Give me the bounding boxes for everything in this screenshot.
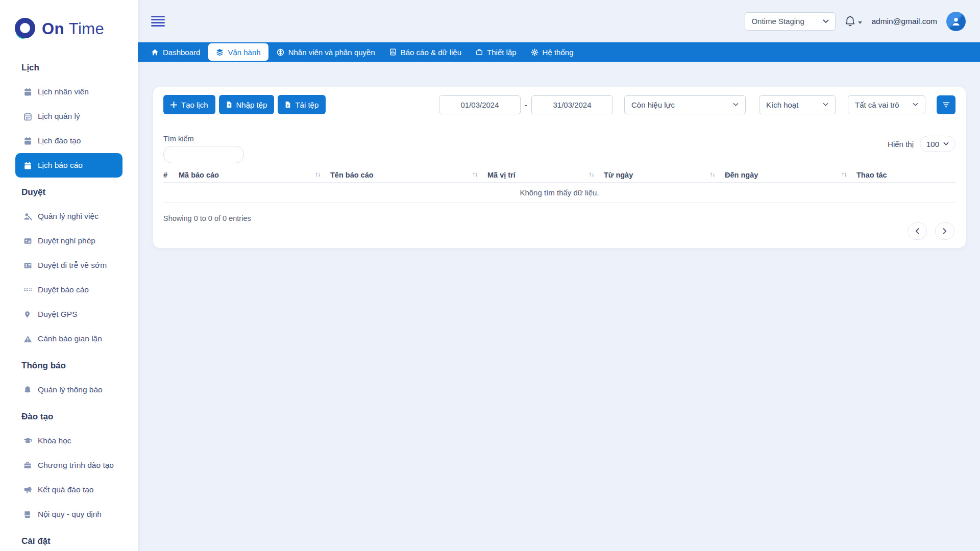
button-label: Tạo lịch [181,101,208,109]
toolbox-icon [476,48,483,56]
sidebar-section-dao-tao: Đào tạo [0,405,138,429]
topbar: Ontime Staging admin@gmail.com [138,0,980,42]
column-header-ma-vi-tri[interactable]: Mã vị trí [487,171,604,179]
sidebar-nav: Lịch Lịch nhân viên Lịch quản lý Lịch đà… [0,46,138,551]
download-file-button[interactable]: Tải tệp [278,95,326,114]
column-label: Đến ngày [725,171,758,179]
table-empty-state: Không tìm thấy dữ liệu. [163,183,955,203]
filter-funnel-icon [943,102,949,108]
previous-page-button[interactable] [908,222,927,240]
sort-arrows-icon [472,172,478,178]
tab-nhan-vien-va-phan-quyen[interactable]: Nhân viên và phân quyền [271,43,381,61]
sidebar-item-noi-quy-quy-dinh[interactable]: Nội quy - quy định [15,502,122,527]
page-size-value: 100 [926,140,939,148]
sidebar-item-canh-bao-gian-lan[interactable]: Cảnh báo gian lận [15,327,122,351]
chevron-down-icon [823,19,829,23]
sidebar-item-duyet-bao-cao[interactable]: Duyệt báo cáo [15,278,122,302]
book-icon [23,510,32,519]
button-label: Tải tệp [295,101,318,109]
sidebar-item-duyet-di-tre-ve-som[interactable]: Duyệt đi trễ về sớm [15,253,122,278]
caret-down-icon [858,21,862,24]
column-header-thao-tac[interactable]: Thao tác [856,171,955,179]
chevron-down-icon [823,103,828,107]
sidebar-item-label: Khóa học [38,436,71,445]
sidebar-item-quan-ly-thong-bao[interactable]: Quản lý thông báo [15,378,122,402]
tab-label: Báo cáo & dữ liệu [401,48,461,57]
id-card-icon [23,261,32,270]
tab-label: Dashboard [163,48,200,57]
tab-van-hanh[interactable]: Vận hành [208,43,268,61]
page-size-select[interactable]: 100 [920,136,955,152]
column-label: # [163,171,167,179]
tab-label: Vận hành [228,48,260,57]
main-nav: Dashboard Vận hành Nhân viên và phân quy… [138,42,980,62]
column-label: Từ ngày [604,171,633,179]
megaphone-icon [23,486,32,494]
sidebar-item-label: Lịch báo cáo [38,161,83,170]
column-header-ma-bao-cao[interactable]: Mã báo cáo [179,171,330,179]
person-icon [950,16,962,27]
dots-grid-icon [23,286,32,294]
workspace-select[interactable]: Ontime Staging [745,12,836,31]
ontime-logo-icon [13,17,37,41]
apply-filter-button[interactable] [937,95,955,114]
sidebar-item-lich-dao-tao[interactable]: Lịch đào tạo [15,129,122,153]
column-header-ten-bao-cao[interactable]: Tên báo cáo [330,171,487,179]
role-filter-select[interactable]: Tất cả vai trò [848,95,925,114]
calendar-icon [23,88,32,96]
sidebar-item-khoa-hoc[interactable]: Khóa học [15,429,122,453]
map-pin-icon [23,310,32,319]
status-filter-value: Còn hiệu lực [631,101,675,109]
sidebar-item-label: Lịch đào tạo [38,136,81,145]
sidebar-item-quan-ly-nghi-viec[interactable]: Quản lý nghỉ việc [15,204,122,229]
active-filter-value: Kích hoạt [766,101,798,109]
sidebar-item-lich-bao-cao[interactable]: Lịch báo cáo [15,153,122,178]
content-card: Tạo lịch Nhập tệp Tải tệp 01/03/2024 - [153,87,966,248]
sidebar-section-lich: Lịch [0,56,138,80]
sidebar-item-duyet-gps[interactable]: Duyệt GPS [15,302,122,327]
column-header-index[interactable]: # [163,171,179,179]
chevron-down-icon [913,103,918,107]
chevron-right-icon [943,228,947,234]
calendar-icon [23,161,32,170]
page-size-block: Hiển thị 100 [888,136,955,152]
sidebar-item-label: Chương trình đào tạo [38,461,114,470]
create-schedule-button[interactable]: Tạo lịch [163,95,215,114]
import-file-button[interactable]: Nhập tệp [219,95,275,114]
notifications-button[interactable] [845,15,862,27]
hamburger-menu-icon[interactable] [151,16,165,27]
sidebar-item-lich-nhan-vien[interactable]: Lịch nhân viên [15,80,122,104]
date-from-input[interactable]: 01/03/2024 [439,95,521,114]
sidebar-item-lich-quan-ly[interactable]: Lịch quản lý [15,104,122,129]
next-page-button[interactable] [935,222,954,240]
sidebar-item-ket-qua-dao-tao[interactable]: Kết quả đào tạo [15,478,122,502]
workspace-select-value: Ontime Staging [751,17,804,26]
tab-he-thong[interactable]: Hệ thống [525,43,580,61]
column-label: Mã vị trí [487,171,516,179]
sidebar-item-label: Cảnh báo gian lận [38,334,102,343]
tab-thiet-lap[interactable]: Thiết lập [470,43,523,61]
sidebar-item-label: Nội quy - quy định [38,510,102,519]
tab-dashboard[interactable]: Dashboard [145,43,206,61]
sidebar-item-duyet-nghi-phep[interactable]: Duyệt nghỉ phép [15,229,122,253]
user-avatar[interactable] [946,12,966,31]
tab-bao-cao-du-lieu[interactable]: Báo cáo & dữ liệu [383,43,468,61]
sidebar-item-label: Duyệt báo cáo [38,285,89,294]
user-email: admin@gmail.com [871,17,937,26]
status-filter-select[interactable]: Còn hiệu lực [624,95,746,114]
search-input[interactable] [163,146,244,163]
date-to-input[interactable]: 31/03/2024 [531,95,613,114]
column-header-den-ngay[interactable]: Đến ngày [725,171,856,179]
sidebar-item-chuong-trinh-dao-tao[interactable]: Chương trình đào tạo [15,453,122,478]
empty-message: Không tìm thấy dữ liệu. [520,188,599,197]
sort-arrows-icon [841,172,847,178]
warning-triangle-icon [23,335,32,343]
home-icon [151,48,159,56]
active-filter-select[interactable]: Kích hoạt [759,95,836,114]
brand-logo: On Time [0,0,138,46]
sidebar-item-label: Duyệt đi trễ về sớm [38,261,107,270]
pagination [908,222,954,240]
column-header-tu-ngay[interactable]: Từ ngày [604,171,725,179]
id-card-icon [23,237,32,245]
sidebar-section-duyet: Duyệt [0,181,138,204]
